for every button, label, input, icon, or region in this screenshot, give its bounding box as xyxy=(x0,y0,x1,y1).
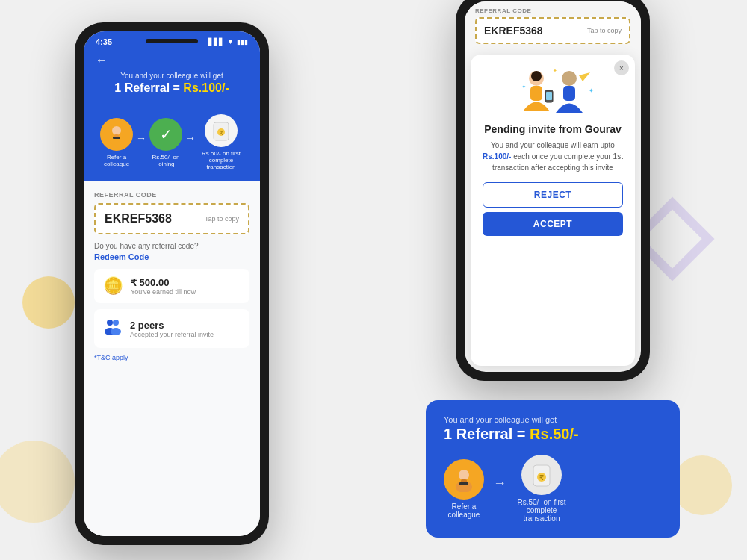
referral-code-value-right: EKREF5368 xyxy=(484,25,543,37)
referral-code-label: REFERRAL CODE xyxy=(94,191,249,199)
header-subtitle: You and your colleague will get xyxy=(96,72,248,80)
phone-right: REFERRAL CODE EKREF5368 Tap to copy × xyxy=(456,0,650,381)
tap-to-copy[interactable]: Tap to copy xyxy=(205,215,239,223)
phone-screen-right: REFERRAL CODE EKREF5368 Tap to copy × xyxy=(465,1,641,372)
bottom-card-steps: Refer acolleague → ₹ Rs.50/- on firstcom… xyxy=(444,455,662,523)
arrow-icon-2: → xyxy=(185,132,196,144)
bottom-step-icon-refer xyxy=(444,459,484,500)
svg-point-8 xyxy=(113,320,119,326)
tap-to-copy-right: Tap to copy xyxy=(587,27,622,34)
tc-note: *T&C apply xyxy=(94,354,249,361)
step-icon-refer xyxy=(100,118,133,151)
svg-rect-15 xyxy=(546,92,552,100)
step-label-transaction: Rs.50/- on firstcomplete transaction xyxy=(199,150,244,170)
bottom-card-subtitle: You and your colleague will get xyxy=(444,415,662,424)
bottom-card: You and your colleague will get 1 Referr… xyxy=(426,400,680,538)
modal-close-button[interactable]: × xyxy=(614,60,629,75)
redeem-link[interactable]: Redeem Code xyxy=(94,252,249,261)
redeem-question: Do you have any referral code? xyxy=(94,242,249,250)
modal-amount: Rs.100/- xyxy=(483,152,511,161)
svg-text:✦: ✦ xyxy=(521,84,527,90)
header-main-title: 1 Referral = Rs.100/- xyxy=(96,81,248,95)
steps-row: Refer acolleague → ✓ Rs.50/- onjoining →… xyxy=(84,107,260,181)
bottom-step-label-refer: Refer acolleague xyxy=(448,503,480,519)
modal-desc-suffix: each once you complete your 1st transact… xyxy=(492,152,623,172)
svg-rect-12 xyxy=(530,86,542,101)
svg-rect-17 xyxy=(563,86,575,101)
modal-description: You and your colleague will earn upto Rs… xyxy=(483,140,623,173)
bottom-step-label-transaction: Rs.50/- on firstcomplete transaction xyxy=(515,498,568,523)
svg-text:✦: ✦ xyxy=(553,68,557,73)
peers-icon xyxy=(103,317,123,340)
referral-code-box-right[interactable]: EKREF5368 Tap to copy xyxy=(475,17,630,44)
svg-rect-3 xyxy=(113,137,120,139)
step-join: ✓ Rs.50/- onjoining xyxy=(149,118,182,167)
referral-code-value: EKREF5368 xyxy=(105,212,172,225)
modal-desc-prefix: You and your colleague will earn upto xyxy=(491,141,615,149)
bg-decoration-circle-yellow-lg xyxy=(0,441,75,523)
step-label-refer: Refer acolleague xyxy=(104,154,129,167)
svg-rect-25 xyxy=(459,482,468,485)
status-icons: ▋▋▋ ▼ ▮▮▮ xyxy=(208,38,248,46)
modal-title: Pending invite from Gourav xyxy=(483,123,623,135)
svg-point-16 xyxy=(562,71,577,86)
svg-point-7 xyxy=(107,320,113,326)
step-refer: Refer acolleague xyxy=(100,118,133,167)
back-button[interactable]: ← xyxy=(96,54,248,67)
svg-text:₹: ₹ xyxy=(539,474,544,482)
bg-decoration-circle-yellow xyxy=(22,276,75,329)
earnings-card: 🪙 ₹ 500.00 You've earned till now xyxy=(94,269,249,303)
battery-icon: ▮▮▮ xyxy=(237,38,248,46)
earnings-icon: 🪙 xyxy=(103,276,123,296)
arrow-icon-1: → xyxy=(136,132,146,144)
phone-notch xyxy=(146,39,198,43)
step-label-join: Rs.50/- onjoining xyxy=(152,154,180,167)
svg-point-0 xyxy=(112,126,121,135)
bottom-step-refer: Refer acolleague xyxy=(444,459,484,519)
svg-marker-18 xyxy=(579,72,590,81)
accept-button[interactable]: ACCEPT xyxy=(483,212,623,236)
peers-info: 2 peers Accepted your referral invite xyxy=(130,320,214,338)
svg-point-22 xyxy=(459,470,469,480)
bottom-arrow-icon: → xyxy=(493,476,506,491)
earnings-info: ₹ 500.00 You've earned till now xyxy=(131,277,196,296)
referral-code-box[interactable]: EKREF5368 Tap to copy xyxy=(94,203,249,234)
peers-count: 2 peers xyxy=(130,320,214,331)
svg-text:₹: ₹ xyxy=(220,130,223,137)
reject-button[interactable]: REJECT xyxy=(483,182,623,208)
step-icon-join: ✓ xyxy=(149,118,182,151)
peers-card: 2 peers Accepted your referral invite xyxy=(94,309,249,348)
wifi-icon: ▼ xyxy=(227,38,234,46)
signal-icon: ▋▋▋ xyxy=(208,38,224,46)
svg-point-10 xyxy=(111,328,121,335)
phone-left: 4:35 ▋▋▋ ▼ ▮▮▮ ← You and your colleague … xyxy=(75,22,269,545)
step-transaction: ₹ Rs.50/- on firstcomplete transaction xyxy=(199,114,244,170)
svg-point-13 xyxy=(531,71,542,81)
bg-decoration-circle-right xyxy=(672,455,732,515)
earnings-amount: ₹ 500.00 xyxy=(131,277,196,288)
status-time: 4:35 xyxy=(96,37,112,46)
modal-illustration: ✦ ✦ ✦ xyxy=(483,66,623,119)
redeem-section: Do you have any referral code? Redeem Co… xyxy=(94,242,249,261)
earnings-label: You've earned till now xyxy=(131,288,196,296)
phone-content: REFERRAL CODE EKREF5368 Tap to copy Do y… xyxy=(84,181,260,536)
bottom-step-transaction: ₹ Rs.50/- on firstcomplete transaction xyxy=(515,455,568,523)
step-icon-transaction: ₹ xyxy=(205,114,238,147)
modal-card: × xyxy=(471,55,635,366)
bottom-card-title: 1 Referral = Rs.50/- xyxy=(444,426,662,443)
peers-label: Accepted your referral invite xyxy=(130,331,214,338)
phone-screen-left: 4:35 ▋▋▋ ▼ ▮▮▮ ← You and your colleague … xyxy=(84,31,260,536)
phone-right-header: REFERRAL CODE EKREF5368 Tap to copy xyxy=(465,1,641,49)
svg-text:✦: ✦ xyxy=(589,87,594,94)
bottom-step-icon-transaction: ₹ xyxy=(521,455,562,495)
referral-code-label-right: REFERRAL CODE xyxy=(475,7,630,14)
phone-header: ← You and your colleague will get 1 Refe… xyxy=(84,49,260,107)
